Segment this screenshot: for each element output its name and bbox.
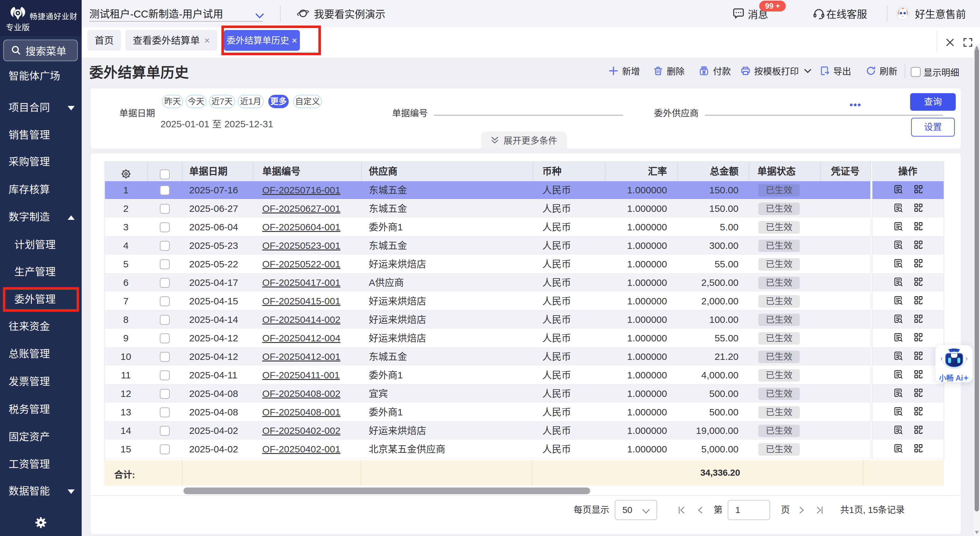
svg-text:C: C <box>953 349 955 352</box>
